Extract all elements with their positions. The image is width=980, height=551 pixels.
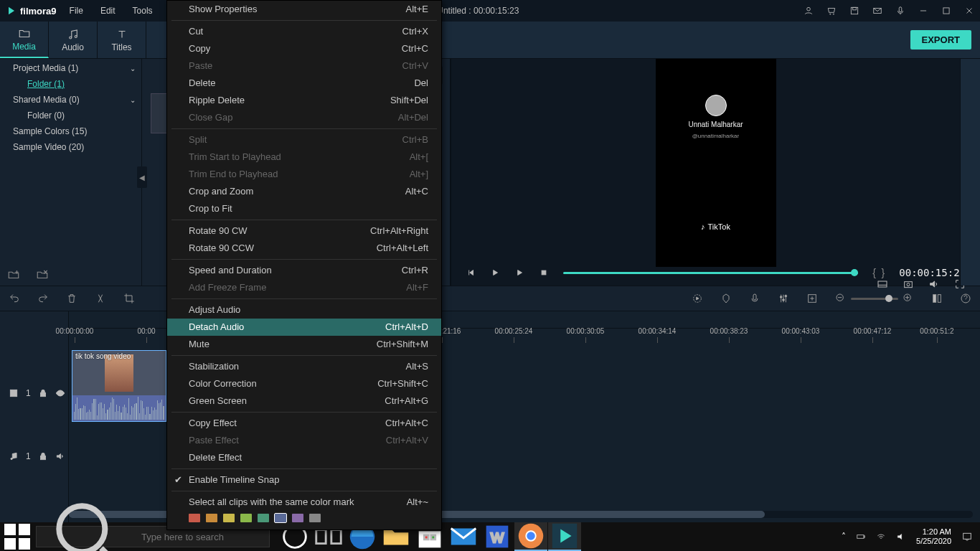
lock-icon[interactable] <box>38 451 48 461</box>
ctx-stabilization[interactable]: StabilizationAlt+S <box>167 358 441 375</box>
export-button[interactable]: EXPORT <box>910 30 971 50</box>
mail-icon[interactable] <box>447 522 480 551</box>
menu-edit[interactable]: Edit <box>100 6 116 16</box>
menu-file[interactable]: File <box>70 6 83 16</box>
play-icon[interactable] <box>514 268 524 278</box>
color-swatch[interactable] <box>189 514 200 522</box>
timeline[interactable]: 1 1 00:00:00:0000:0000:00:21:1600:00:25:… <box>0 311 980 522</box>
ctx-speed-and-duration[interactable]: Speed and DurationCtrl+R <box>167 262 441 279</box>
account-icon[interactable] <box>804 6 814 16</box>
ctx-green-screen[interactable]: Green ScreenCtrl+Alt+G <box>167 392 441 410</box>
maximize-icon[interactable] <box>941 6 951 16</box>
tree-folder-1[interactable]: Folder (1) <box>0 76 141 92</box>
ctx-rotate-90-cw[interactable]: Rotate 90 CWCtrl+Alt+Right <box>167 222 441 240</box>
audiomixer-icon[interactable] <box>778 293 789 304</box>
ctx-copy[interactable]: CopyCtrl+C <box>167 40 441 57</box>
play-pause-icon[interactable] <box>490 268 500 278</box>
video-track-header[interactable]: 1 <box>0 380 69 406</box>
add-media-icon[interactable] <box>806 293 818 304</box>
tree-sample-video[interactable]: Sample Video (20) <box>0 139 141 155</box>
cart-icon[interactable] <box>826 6 837 16</box>
eye-icon[interactable] <box>55 388 65 398</box>
tab-audio[interactable]: Audio <box>49 22 98 58</box>
ctx-enable-timeline-snap[interactable]: ✔Enable Timeline Snap <box>167 471 441 489</box>
view-mode-icon[interactable] <box>931 293 943 304</box>
ctx-color-correction[interactable]: Color CorrectionCtrl+Shift+C <box>167 375 441 392</box>
tray-up-icon[interactable]: ˄ <box>842 532 846 542</box>
markers-icon[interactable]: { } <box>872 267 885 278</box>
timeline-clip[interactable]: tik tok song video <box>72 350 166 422</box>
marker-icon[interactable] <box>720 293 732 304</box>
ctx-delete-effect[interactable]: Delete Effect <box>167 449 441 466</box>
ctx-rotate-90-ccw[interactable]: Rotate 90 CCWCtrl+Alt+Left <box>167 240 441 257</box>
filmora-taskbar-icon[interactable] <box>548 522 581 551</box>
delete-icon[interactable] <box>66 293 77 304</box>
crop-icon[interactable] <box>123 293 135 304</box>
ctx-adjust-audio[interactable]: Adjust Audio <box>167 301 441 319</box>
zoom-slider[interactable] <box>835 293 914 304</box>
color-swatch[interactable] <box>275 514 286 522</box>
context-menu: Show PropertiesAlt+ECutCtrl+XCopyCtrl+CP… <box>166 0 442 530</box>
save-icon[interactable] <box>849 6 859 16</box>
tab-media[interactable]: Media <box>0 22 49 58</box>
ctx-mute[interactable]: MuteCtrl+Shift+M <box>167 336 441 353</box>
tree-shared-media[interactable]: Shared Media (0)⌄ <box>0 92 141 108</box>
preview-slider[interactable] <box>563 272 858 274</box>
delete-folder-icon[interactable] <box>36 268 49 281</box>
prev-frame-icon[interactable] <box>466 268 476 278</box>
undo-icon[interactable] <box>9 293 20 304</box>
minimize-icon[interactable] <box>918 6 928 16</box>
help-icon[interactable] <box>960 293 971 304</box>
start-button[interactable] <box>0 522 34 551</box>
volume-icon[interactable] <box>928 278 940 290</box>
audio-track-header[interactable]: 1 <box>0 443 69 469</box>
ctx-cut[interactable]: CutCtrl+X <box>167 23 441 40</box>
split-icon[interactable] <box>95 293 106 304</box>
battery-icon[interactable] <box>856 532 866 542</box>
lock-icon[interactable] <box>38 388 48 398</box>
notifications-icon[interactable] <box>961 531 973 542</box>
menu-tools[interactable]: Tools <box>133 6 153 16</box>
ctx-copy-effect[interactable]: Copy EffectCtrl+Alt+C <box>167 415 441 432</box>
ctx-ripple-delete[interactable]: Ripple DeleteShift+Del <box>167 92 441 109</box>
tray-clock[interactable]: 1:20 AM 5/25/2020 <box>916 527 951 546</box>
voiceover-icon[interactable] <box>749 293 760 304</box>
svg-rect-22 <box>753 294 756 300</box>
ctx-detach-audio[interactable]: Detach AudioCtrl+Alt+D <box>167 319 441 336</box>
note-icon <box>9 451 19 461</box>
color-swatch[interactable] <box>206 514 217 522</box>
ctx-crop-and-zoom[interactable]: Crop and ZoomAlt+C <box>167 183 441 200</box>
color-swatch[interactable] <box>309 514 321 522</box>
redo-icon[interactable] <box>37 293 49 304</box>
ctx-select-all-clips-with-the-same-color-mark[interactable]: Select all clips with the same color mar… <box>167 494 441 511</box>
sound-icon[interactable] <box>896 532 906 542</box>
svg-point-20 <box>907 283 910 286</box>
stop-icon[interactable] <box>539 268 549 278</box>
chrome-icon[interactable] <box>514 522 547 551</box>
collapse-handle[interactable]: ◀ <box>137 166 147 188</box>
message-icon[interactable] <box>872 6 882 16</box>
new-folder-icon[interactable] <box>7 268 20 281</box>
ctx-show-properties[interactable]: Show PropertiesAlt+E <box>167 1 441 18</box>
zoom-in-icon[interactable] <box>903 293 914 304</box>
close-icon[interactable] <box>964 6 974 16</box>
color-swatch[interactable] <box>223 514 235 522</box>
color-swatch[interactable] <box>240 514 252 522</box>
tree-project-media[interactable]: Project Media (1)⌄ <box>0 60 141 76</box>
zoom-out-icon[interactable] <box>835 293 847 304</box>
wifi-icon[interactable] <box>876 532 886 542</box>
tab-titles[interactable]: Titles <box>98 22 146 58</box>
quality-icon[interactable] <box>877 278 888 290</box>
tree-folder-0[interactable]: Folder (0) <box>0 108 141 123</box>
speaker-icon[interactable] <box>55 451 65 461</box>
color-swatch[interactable] <box>258 514 269 522</box>
render-icon[interactable] <box>692 293 703 304</box>
word-icon[interactable]: W <box>481 522 514 551</box>
color-swatch[interactable] <box>292 514 303 522</box>
mic-icon[interactable] <box>895 6 905 16</box>
ctx-crop-to-fit[interactable]: Crop to Fit <box>167 200 441 217</box>
snapshot-icon[interactable] <box>903 278 914 290</box>
tree-sample-colors[interactable]: Sample Colors (15) <box>0 123 141 139</box>
taskbar-search-input[interactable] <box>141 532 262 542</box>
ctx-delete[interactable]: DeleteDel <box>167 75 441 92</box>
